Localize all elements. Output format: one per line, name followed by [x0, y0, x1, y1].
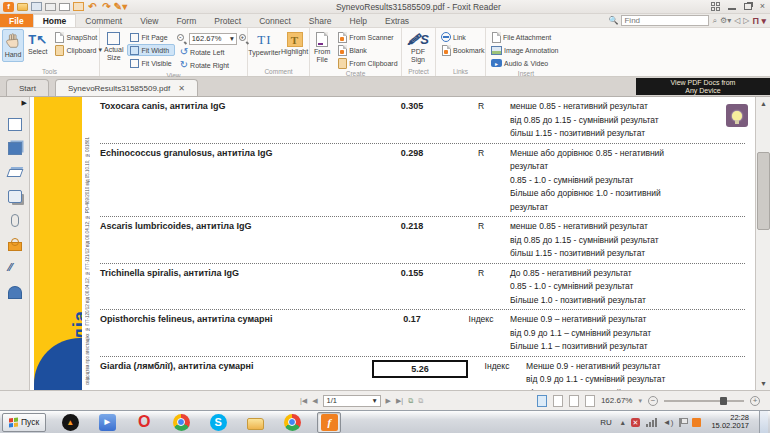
rotate-left-button[interactable]: ↺Rotate Left [177, 46, 249, 58]
tab-form[interactable]: Form [167, 14, 205, 27]
bookmark-button[interactable]: Bookmark [438, 44, 488, 56]
panel-expand-icon[interactable]: ▶ [22, 99, 27, 107]
zoom-in-icon[interactable]: + [239, 34, 249, 44]
close-button[interactable]: × [760, 2, 765, 11]
network-tray-icon[interactable] [646, 418, 657, 427]
tab-connect[interactable]: Connect [250, 14, 300, 27]
facing-view-icon[interactable] [569, 395, 579, 407]
security-panel-icon[interactable] [8, 238, 22, 251]
page-number-combo[interactable]: 1/1▾ [323, 395, 381, 407]
next-page-icon[interactable]: ▶ [386, 397, 391, 405]
continuous-view-icon[interactable] [553, 395, 563, 407]
zoom-out-button[interactable]: − [648, 396, 658, 406]
restore-button[interactable] [744, 3, 752, 10]
layout-tiles-icon[interactable] [711, 2, 720, 11]
explorer-icon[interactable] [243, 412, 267, 433]
show-desktop-button[interactable] [759, 411, 768, 433]
new-tab-icon[interactable]: ⧉ [408, 397, 413, 405]
print-icon[interactable] [45, 3, 56, 11]
signature-panel-icon[interactable] [8, 262, 22, 275]
from-file-button[interactable]: From File [312, 29, 332, 66]
foxit-logo-icon[interactable]: f [3, 2, 14, 12]
pdf-page[interactable]: додає цінність діа свідоцтва про атестац… [30, 97, 755, 390]
minimize-button[interactable] [728, 4, 736, 10]
foxit-tray-icon[interactable] [692, 418, 701, 427]
review-panel-icon[interactable] [8, 286, 22, 299]
actual-size-button[interactable]: Actual Size [102, 29, 125, 64]
layers-panel-icon[interactable] [8, 166, 22, 179]
opera-icon[interactable]: O [132, 412, 156, 433]
blank-button[interactable]: Blank [334, 44, 400, 56]
hidden-icons-arrow[interactable]: ▴ [621, 418, 625, 427]
ink-sign-icon[interactable]: ✎▾ [115, 2, 126, 12]
image-annotation-button[interactable]: Image Annotation [488, 44, 562, 56]
typewriter-button[interactable]: TI Typewriter [250, 29, 279, 60]
antivirus-tray-icon[interactable]: ✕ [631, 418, 640, 427]
redo-icon[interactable]: ↷ [101, 2, 112, 12]
bookmarks-panel-icon[interactable] [8, 118, 22, 131]
start-button[interactable]: Пуск [2, 413, 46, 432]
clock[interactable]: 22:28 15.02.2017 [707, 414, 753, 431]
single-page-view-icon[interactable] [537, 395, 547, 407]
zoom-in-button[interactable]: + [750, 396, 760, 406]
email-icon[interactable] [59, 3, 70, 11]
search-icon[interactable]: ⌕ [712, 16, 716, 26]
pages-panel-icon[interactable] [8, 142, 22, 155]
last-page-icon[interactable]: ▶| [396, 397, 403, 405]
vertical-scrollbar[interactable]: ▲ ▼ [755, 97, 770, 390]
snapshot-button[interactable]: SnapShot [51, 31, 104, 43]
chrome2-icon[interactable] [280, 412, 304, 433]
from-clipboard-button[interactable]: From Clipboard [334, 57, 400, 69]
fit-visible-button[interactable]: Fit Visible [127, 57, 174, 69]
highlight-button[interactable]: T Highlight [281, 29, 308, 59]
scroll-down-icon[interactable]: ▼ [758, 378, 769, 389]
undo-icon[interactable]: ↶ [87, 2, 98, 12]
foxit-icon[interactable]: f [317, 412, 341, 433]
duplicate-view-icon[interactable]: ⧉ [418, 397, 423, 405]
hand-tool-button[interactable]: Hand [2, 29, 24, 62]
tab-home[interactable]: Home [33, 14, 77, 27]
skype-icon[interactable]: S [206, 412, 230, 433]
find-input[interactable] [621, 15, 709, 26]
pdf-sign-button[interactable]: 🖉S PDF Sign [404, 29, 432, 66]
action-center-tray-icon[interactable] [679, 418, 686, 427]
tab-start[interactable]: Start [6, 79, 49, 96]
scroll-up-icon[interactable]: ▲ [758, 98, 769, 109]
link-button[interactable]: Link [438, 31, 488, 43]
save-icon[interactable] [31, 2, 42, 11]
tip-lightbulb-icon[interactable] [726, 104, 748, 127]
zoom-dropdown-icon[interactable]: ▾ [638, 397, 642, 405]
find-options-gear-icon[interactable]: ⚙▾ [720, 16, 731, 25]
statusbar-zoom-value[interactable]: 162.67% [601, 396, 633, 405]
first-page-icon[interactable]: |◀ [300, 397, 307, 405]
continuous-facing-view-icon[interactable] [585, 395, 595, 407]
tab-protect[interactable]: Protect [205, 14, 250, 27]
tab-view[interactable]: View [131, 14, 167, 27]
fit-page-button[interactable]: Fit Page [127, 31, 174, 43]
zoom-slider[interactable] [664, 400, 744, 402]
audio-video-button[interactable]: ▸Audio & Video [488, 57, 562, 69]
from-scanner-button[interactable]: From Scanner [334, 31, 400, 43]
chrome-icon[interactable] [169, 412, 193, 433]
find-prev-icon[interactable]: ◁ [734, 16, 740, 25]
scrollbar-thumb[interactable] [757, 152, 770, 230]
language-indicator[interactable]: RU [597, 416, 615, 429]
find-previous-doc-icon[interactable]: 🔍 [609, 16, 619, 25]
aimp-icon[interactable]: ▲ [58, 412, 82, 433]
tab-comment[interactable]: Comment [76, 14, 131, 27]
tab-extras[interactable]: Extras [376, 14, 418, 27]
zoom-out-icon[interactable]: - [177, 34, 187, 44]
comments-panel-icon[interactable] [8, 190, 22, 203]
open-file-icon[interactable] [17, 3, 28, 11]
previous-page-icon[interactable]: ◀ [312, 397, 317, 405]
tab-help[interactable]: Help [341, 14, 376, 27]
fit-width-button[interactable]: Fit Width [127, 44, 174, 56]
potplayer-icon[interactable]: ▶ [95, 412, 119, 433]
clipboard-button[interactable]: Clipboard ▾ [51, 44, 104, 56]
close-tab-icon[interactable]: ✕ [178, 84, 185, 93]
tab-file[interactable]: File [0, 14, 33, 27]
zoom-slider-knob[interactable] [720, 397, 727, 405]
rotate-right-button[interactable]: ↻Rotate Right [177, 59, 249, 71]
tab-document[interactable]: SynevoResults31585509.pdf ✕ [55, 79, 198, 96]
reading-mode-icon[interactable]: Π ▾ [752, 16, 766, 26]
